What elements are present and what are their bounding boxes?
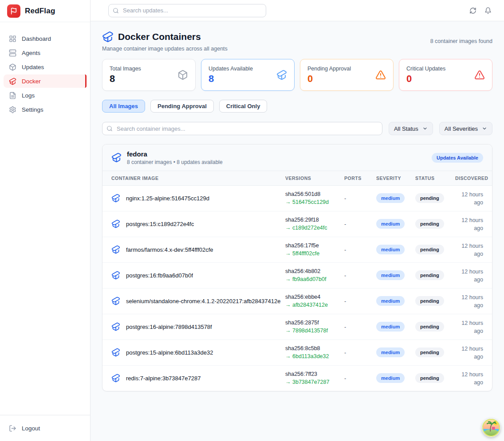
arrow-right-icon: → [285, 353, 291, 359]
arrow-right-icon: → [285, 225, 291, 231]
version-target-hash: 3b73847e7287 [292, 379, 329, 385]
container-image-name: postgres:15:c189d272e4fc [126, 221, 194, 227]
severity-badge: medium [376, 219, 405, 229]
ports-value: - [344, 247, 346, 253]
package-open-icon [111, 297, 120, 305]
sidebar-item-docker[interactable]: Docker [4, 74, 87, 88]
package-open-icon [111, 374, 120, 382]
ports-value: - [344, 273, 346, 279]
version-target: → 516475cc129d [285, 199, 344, 205]
discovered-value: 12 hours ago [461, 243, 483, 257]
discovered-value: 12 hours ago [461, 294, 483, 308]
page-head: Docker Containers Manage container image… [102, 31, 492, 52]
table-row[interactable]: selenium/standalone-chrome:4.1.2-2022021… [102, 288, 492, 314]
version-target: → afb28437412e [285, 302, 344, 308]
sidebar-nav: Dashboard Agents Updates Docker Logs Set… [0, 22, 90, 415]
package-open-icon [111, 194, 120, 203]
severity-select[interactable]: All Severities [439, 122, 492, 135]
severity-badge: medium [376, 270, 405, 280]
stat-card-critical-updates: Critical Updates 0 [399, 59, 492, 91]
arrow-right-icon: → [285, 302, 291, 308]
severity-badge: medium [376, 373, 405, 383]
sidebar-item-dashboard[interactable]: Dashboard [4, 32, 87, 45]
ports-value: - [344, 324, 346, 330]
table-header-row: Container Image Versions Ports Severity … [102, 171, 492, 185]
updates-available-badge: Updates Available [432, 153, 483, 163]
container-image-name: redis:7-alpine:3b73847e7287 [126, 375, 201, 382]
severity-badge: medium [376, 347, 405, 357]
logout-icon [9, 425, 16, 432]
sidebar: RedFlag Dashboard Agents Updates Docker … [0, 0, 91, 441]
col-versions: Versions [285, 171, 344, 185]
search-icon [113, 8, 119, 14]
stat-label: Pending Approval [307, 66, 386, 72]
sidebar-item-label: Logs [22, 92, 35, 99]
col-status: Status [415, 171, 455, 185]
status-badge: pending [415, 347, 444, 357]
version-current: sha256:501d8 [285, 191, 344, 197]
refresh-icon[interactable] [469, 7, 476, 14]
island-widget-button[interactable] [482, 418, 500, 437]
table-row[interactable]: postgres:16:fb9aa6d07b0f sha256:4b802 → … [102, 262, 492, 288]
tab-all-images[interactable]: All Images [102, 100, 145, 113]
image-group-card: fedora 8 container images • 8 updates av… [102, 144, 492, 391]
version-target: → 3b73847e7287 [285, 379, 344, 385]
sidebar-item-updates[interactable]: Updates [4, 60, 87, 74]
table-row[interactable]: farmos/farmos:4.x-dev:5ff4fff02cfe sha25… [102, 237, 492, 262]
status-select[interactable]: All Status [389, 122, 433, 135]
chevron-down-icon [482, 126, 487, 131]
topbar [91, 0, 504, 21]
version-target-hash: c189d272e4fc [292, 225, 327, 231]
global-search [108, 4, 266, 17]
discovered-value: 12 hours ago [461, 269, 483, 283]
global-search-input[interactable] [108, 4, 266, 17]
package-open-icon [111, 322, 120, 331]
main-content: Docker Containers Manage container image… [91, 21, 504, 441]
container-image-name: postgres:15-alpine:6bd113a3de32 [126, 349, 213, 356]
version-current: sha256:29f18 [285, 217, 344, 223]
table-row[interactable]: nginx:1.25-alpine:516475cc129d sha256:50… [102, 185, 492, 211]
container-image-name: farmos/farmos:4.x-dev:5ff4fff02cfe [126, 246, 213, 253]
status-badge: pending [415, 296, 444, 306]
ports-value: - [344, 298, 346, 304]
col-severity: Severity [376, 171, 415, 185]
table-row[interactable]: postgres:16-alpine:7898d413578f sha256:2… [102, 314, 492, 340]
container-image-name: postgres:16-alpine:7898d413578f [126, 324, 212, 330]
sidebar-item-settings[interactable]: Settings [4, 103, 87, 116]
severity-select-value: All Severities [445, 125, 478, 132]
ports-value: - [344, 195, 346, 202]
package-open-icon [102, 31, 114, 43]
stat-card-updates-available: Updates Available 8 [201, 59, 295, 91]
table-body: nginx:1.25-alpine:516475cc129d sha256:50… [102, 185, 492, 391]
bell-icon[interactable] [484, 7, 492, 14]
discovered-value: 12 hours ago [461, 346, 483, 360]
filter-row: All Status All Severities [102, 122, 492, 135]
tab-pending-approval[interactable]: Pending Approval [150, 100, 214, 113]
sidebar-item-agents[interactable]: Agents [4, 46, 87, 59]
image-search-input[interactable] [102, 122, 382, 135]
logout-button[interactable]: Logout [4, 421, 87, 435]
sidebar-item-logs[interactable]: Logs [4, 89, 87, 102]
tab-critical-only[interactable]: Critical Only [219, 100, 268, 113]
severity-badge: medium [376, 296, 405, 306]
version-target-hash: 516475cc129d [292, 199, 329, 205]
ports-value: - [344, 221, 346, 227]
alert-triangle-icon [474, 70, 485, 80]
stat-label: Updates Available [209, 66, 287, 72]
discovered-value: 12 hours ago [461, 191, 483, 206]
redflag-logo-icon [7, 4, 20, 18]
version-target-hash: 7898d413578f [292, 328, 328, 334]
discovered-value: 12 hours ago [461, 217, 483, 231]
table-row[interactable]: redis:7-alpine:3b73847e7287 sha256:7ff23… [102, 365, 492, 391]
server-icon [9, 49, 16, 57]
discovered-value: 12 hours ago [461, 371, 483, 386]
table-row[interactable]: postgres:15:c189d272e4fc sha256:29f18 → … [102, 211, 492, 237]
stat-card-total-images: Total Images 8 [102, 59, 196, 91]
group-meta: 8 container images • 8 updates available [127, 159, 223, 165]
filter-tabs: All Images Pending Approval Critical Onl… [102, 100, 492, 113]
package-open-icon [111, 348, 120, 357]
version-target: → fb9aa6d07b0f [285, 276, 344, 282]
package-open-icon [111, 245, 120, 254]
table-row[interactable]: postgres:15-alpine:6bd113a3de32 sha256:8… [102, 340, 492, 365]
discovered-value: 12 hours ago [461, 320, 483, 334]
